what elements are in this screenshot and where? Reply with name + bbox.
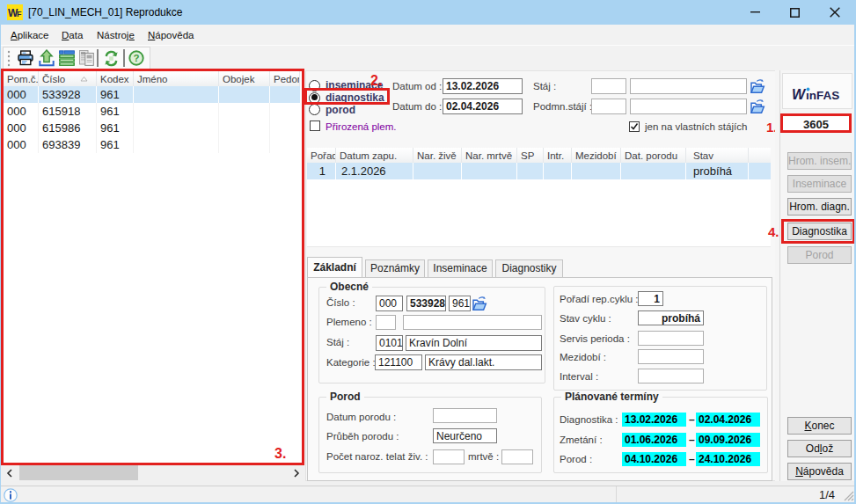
svg-text:ınFAS: ınFAS <box>806 89 839 102</box>
svg-text:?: ? <box>133 53 139 63</box>
svg-text:F: F <box>17 10 22 18</box>
svg-text:W: W <box>792 87 807 102</box>
